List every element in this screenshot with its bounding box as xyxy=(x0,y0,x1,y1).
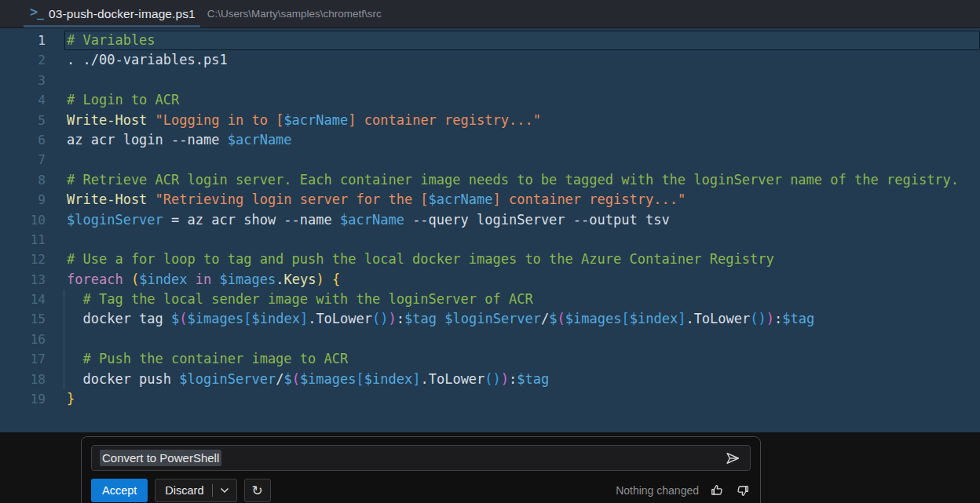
code-line[interactable]: 1# Variables xyxy=(0,31,980,50)
code-line[interactable]: 18 docker push $loginServer/$($images[$i… xyxy=(0,370,980,389)
discard-button[interactable]: Discard xyxy=(155,479,211,501)
line-number: 5 xyxy=(0,111,46,130)
line-number: 9 xyxy=(0,190,46,210)
line-number: 18 xyxy=(0,370,46,389)
code-lines: 1# Variables2. ./00-variables.ps134# Log… xyxy=(0,31,980,409)
thumbs-down-icon xyxy=(735,483,751,498)
code-line[interactable]: 19} xyxy=(0,389,980,409)
code-line[interactable]: 13foreach ($index in $images.Keys) { xyxy=(0,270,980,290)
code-text: docker tag $($images[$index].ToLower()):… xyxy=(46,309,980,329)
code-text: $loginServer = az acr show --name $acrNa… xyxy=(46,210,980,230)
line-number: 11 xyxy=(0,230,46,250)
titlebar: >_ 03-push-docker-image.ps1 C:\Users\Mar… xyxy=(0,0,980,28)
code-line[interactable]: 12# Use a for loop to tag and push the l… xyxy=(0,250,980,269)
code-text: docker push $loginServer/$($images[$inde… xyxy=(46,370,980,389)
code-text: # Variables xyxy=(46,31,980,50)
code-line[interactable]: 3 xyxy=(0,71,980,90)
code-line[interactable]: 14 # Tag the local sender image with the… xyxy=(0,290,980,309)
code-line[interactable]: 8# Retrieve ACR login server. Each conta… xyxy=(0,170,980,190)
line-number: 17 xyxy=(0,349,46,369)
code-text xyxy=(46,330,980,349)
inline-chat-panel: Convert to PowerShell Accept Discard ↻ xyxy=(81,436,761,503)
code-text: foreach ($index in $images.Keys) { xyxy=(46,270,980,290)
code-line[interactable]: 11 xyxy=(0,230,980,250)
thumbs-down-button[interactable] xyxy=(735,483,751,498)
thumbs-up-button[interactable] xyxy=(709,483,725,498)
code-text: # Push the container image to ACR xyxy=(46,349,980,369)
line-number: 15 xyxy=(0,309,46,329)
code-line[interactable]: 17 # Push the container image to ACR xyxy=(0,349,980,369)
code-line[interactable]: 5Write-Host "Logging in to [$acrName] co… xyxy=(0,111,980,130)
code-line[interactable]: 16 xyxy=(0,330,980,349)
powershell-file-icon: >_ xyxy=(30,7,46,21)
line-number: 19 xyxy=(0,389,46,409)
inline-chat-zone: Convert to PowerShell Accept Discard ↻ xyxy=(0,432,980,503)
status-group: Nothing changed xyxy=(616,483,751,498)
active-tab-underline xyxy=(24,25,200,27)
code-editor[interactable]: 1# Variables2. ./00-variables.ps134# Log… xyxy=(0,28,980,432)
code-text: # Login to ACR xyxy=(46,90,980,110)
tab-filename[interactable]: 03-push-docker-image.ps1 xyxy=(49,7,196,21)
code-text: # Use a for loop to tag and push the loc… xyxy=(46,250,980,269)
code-line[interactable]: 4# Login to ACR xyxy=(0,90,980,110)
status-text: Nothing changed xyxy=(616,484,699,497)
discard-split-button: Discard xyxy=(155,479,236,502)
accept-button[interactable]: Accept xyxy=(91,479,148,502)
chat-actions-row: Accept Discard ↻ Nothing changed xyxy=(91,479,751,502)
line-number: 6 xyxy=(0,130,46,150)
line-number: 4 xyxy=(0,90,46,110)
code-line[interactable]: 6az acr login --name $acrName xyxy=(0,130,980,150)
send-button[interactable] xyxy=(723,449,742,468)
rerun-button[interactable]: ↻ xyxy=(244,479,271,502)
line-number: 10 xyxy=(0,210,46,230)
code-line[interactable]: 7 xyxy=(0,150,980,169)
code-text: az acr login --name $acrName xyxy=(46,130,980,150)
line-number: 3 xyxy=(0,71,46,90)
code-text xyxy=(46,150,980,169)
discard-dropdown-button[interactable] xyxy=(213,479,236,501)
refresh-icon: ↻ xyxy=(251,483,262,498)
code-line[interactable]: 15 docker tag $($images[$index].ToLower(… xyxy=(0,309,980,329)
code-text xyxy=(46,230,980,250)
thumbs-up-icon xyxy=(709,483,725,498)
line-number: 16 xyxy=(0,330,46,349)
code-text: Write-Host "Logging in to [$acrName] con… xyxy=(46,111,980,130)
chat-input[interactable]: Convert to PowerShell xyxy=(91,445,751,471)
line-number: 13 xyxy=(0,270,46,290)
code-text: } xyxy=(46,389,980,409)
line-number: 12 xyxy=(0,250,46,269)
code-line[interactable]: 9Write-Host "Retrieving login server for… xyxy=(0,190,980,210)
line-number: 7 xyxy=(0,150,46,169)
code-text: # Tag the local sender image with the lo… xyxy=(46,290,980,309)
code-text: Write-Host "Retrieving login server for … xyxy=(46,190,980,210)
code-line[interactable]: 2. ./00-variables.ps1 xyxy=(0,50,980,70)
code-text: # Retrieve ACR login server. Each contai… xyxy=(46,170,980,190)
line-number: 1 xyxy=(0,31,46,50)
chevron-down-icon xyxy=(220,487,229,494)
line-number: 8 xyxy=(0,170,46,190)
code-text: . ./00-variables.ps1 xyxy=(46,50,980,70)
code-text xyxy=(46,71,980,90)
line-number: 14 xyxy=(0,290,46,309)
code-line[interactable]: 10$loginServer = az acr show --name $acr… xyxy=(0,210,980,230)
chat-input-selected-text: Convert to PowerShell xyxy=(100,450,221,466)
breadcrumb-path: C:\Users\Marty\samples\chrometf\src xyxy=(207,8,382,20)
line-number: 2 xyxy=(0,50,46,70)
send-icon xyxy=(724,450,741,467)
